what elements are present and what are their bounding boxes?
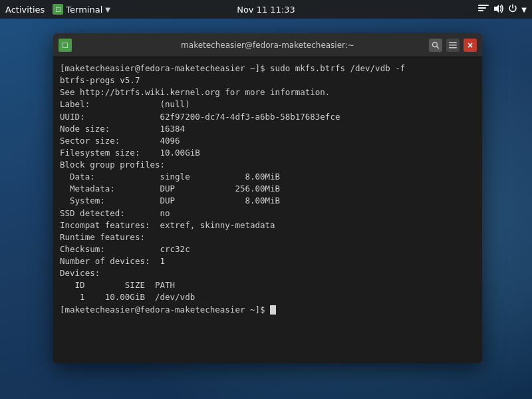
terminal-line: Metadata: DUP 256.00MiB <box>60 183 475 195</box>
terminal-window-icon: □ <box>59 39 72 52</box>
terminal-line: Data: single 8.00MiB <box>60 171 475 183</box>
arrow-down-icon[interactable]: ▼ <box>521 6 527 13</box>
power-icon[interactable] <box>508 4 517 15</box>
svg-rect-1 <box>478 7 486 9</box>
svg-rect-0 <box>478 5 489 6</box>
terminal-line: Runtime features: <box>60 231 475 243</box>
terminal-line: Sector size: 4096 <box>60 135 475 147</box>
terminal-line: Number of devices: 1 <box>60 255 475 267</box>
titlebar-left: □ <box>59 39 72 52</box>
terminal-line: btrfs-progs v5.7 <box>60 74 475 86</box>
titlebar-controls: × <box>429 39 477 52</box>
terminal-line: SSD detected: no <box>60 207 475 219</box>
terminal-line: Node size: 16384 <box>60 123 475 135</box>
svg-point-4 <box>433 42 438 47</box>
terminal-output-area[interactable]: [maketecheasier@fedora-maketecheasier ~]… <box>53 57 482 363</box>
svg-rect-8 <box>449 47 457 49</box>
svg-rect-7 <box>449 45 457 46</box>
terminal-line: UUID: 62f97200-dc74-4df3-a6bb-58b17683ef… <box>60 111 475 123</box>
terminal-line: Incompat features: extref, skinny-metada… <box>60 219 475 231</box>
terminal-taskbar-button[interactable]: □ Terminal ▼ <box>53 4 110 15</box>
tray-area: ▼ <box>477 4 527 15</box>
volume-icon[interactable] <box>493 4 504 15</box>
menu-button[interactable] <box>446 39 460 52</box>
search-button[interactable] <box>429 39 442 52</box>
terminal-line: 1 10.00GiB /dev/vdb <box>60 291 475 303</box>
topbar: Activities □ Terminal ▼ Nov 11 11:33 <box>0 0 532 19</box>
svg-rect-6 <box>449 42 457 43</box>
svg-marker-3 <box>494 5 499 13</box>
svg-line-5 <box>437 46 440 49</box>
terminal-line: See http://btrfs.wiki.kernel.org for mor… <box>60 86 475 98</box>
terminal-line: ID SIZE PATH <box>60 279 475 291</box>
terminal-titlebar: □ maketecheasier@fedora-maketecheasier:~… <box>53 33 482 57</box>
activities-button[interactable]: Activities <box>5 5 45 15</box>
terminal-line: [maketecheasier@fedora-maketecheasier ~]… <box>60 304 475 316</box>
terminal-title: maketecheasier@fedora-maketecheasier:~ <box>181 41 354 50</box>
terminal-cursor <box>270 305 276 315</box>
topbar-left: Activities □ Terminal ▼ <box>5 4 110 15</box>
terminal-line: [maketecheasier@fedora-maketecheasier ~]… <box>60 63 475 74</box>
terminal-line: Checksum: crc32c <box>60 243 475 255</box>
terminal-taskbar-arrow: ▼ <box>105 6 110 13</box>
svg-rect-2 <box>478 10 483 11</box>
terminal-line: Filesystem size: 10.00GiB <box>60 147 475 159</box>
terminal-taskbar-label: Terminal <box>66 5 102 15</box>
terminal-line: Devices: <box>60 267 475 279</box>
terminal-line: System: DUP 8.00MiB <box>60 195 475 207</box>
terminal-line: Label: (null) <box>60 98 475 110</box>
terminal-taskbar-icon: □ <box>53 4 63 15</box>
network-icon[interactable] <box>477 4 489 15</box>
close-button[interactable]: × <box>464 39 477 52</box>
terminal-window: □ maketecheasier@fedora-maketecheasier:~… <box>53 33 482 363</box>
topbar-datetime: Nov 11 11:33 <box>237 5 295 15</box>
terminal-line: Block group profiles: <box>60 159 475 171</box>
